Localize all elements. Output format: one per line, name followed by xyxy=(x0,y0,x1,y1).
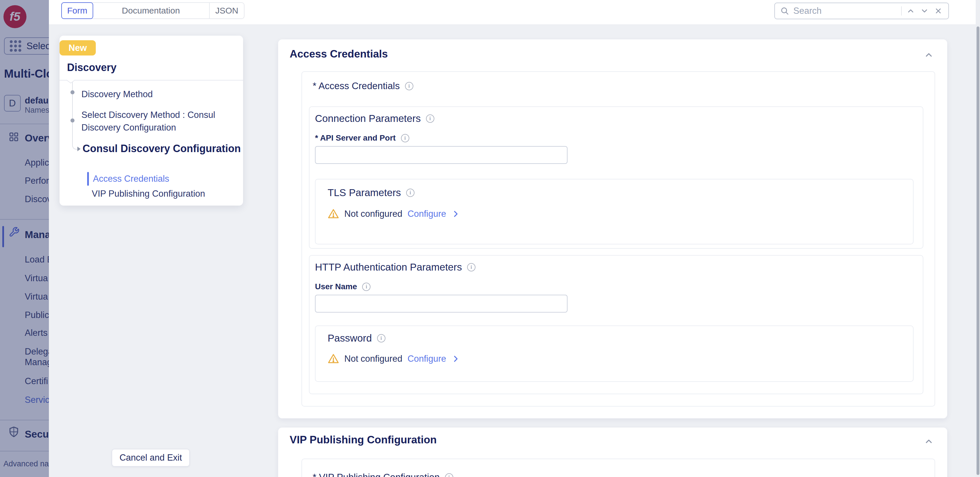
divider-notch-icon xyxy=(67,80,75,84)
collapse-card-button[interactable] xyxy=(923,436,935,447)
card-title: Access Credentials xyxy=(290,48,388,60)
chevron-up-icon xyxy=(924,436,934,446)
app-sidebar: f5 Select Multi-Clo D defaul Names Overv… xyxy=(0,0,49,477)
box-heading-row: HTTP Authentication Parameters i xyxy=(315,261,476,273)
api-server-label: * API Server and Port xyxy=(315,134,396,143)
new-badge: New xyxy=(60,40,96,56)
box-heading-row: Connection Parameters i xyxy=(315,113,434,124)
tls-parameters-box: TLS Parameters i Not configured Configur… xyxy=(315,179,913,244)
step-discovery-method[interactable]: Discovery Method xyxy=(81,88,153,101)
step-select-discovery-method[interactable]: Select Discovery Method : Consul Discove… xyxy=(81,109,242,134)
step-consul-discovery-configuration[interactable]: Consul Discovery Configuration xyxy=(83,143,241,155)
info-icon[interactable]: i xyxy=(467,263,476,272)
wizard-divider xyxy=(60,80,243,81)
section-label: * VIP Publishing Configuration xyxy=(313,472,440,477)
search-clear-button[interactable] xyxy=(934,6,943,16)
chevron-up-icon xyxy=(906,6,915,15)
info-icon[interactable]: i xyxy=(406,189,415,197)
search-input[interactable]: Search xyxy=(793,6,897,16)
username-label: User Name xyxy=(315,282,357,291)
chevron-right-icon[interactable] xyxy=(451,355,460,363)
cancel-label: Cancel and Exit xyxy=(119,453,182,463)
wizard-title: Discovery xyxy=(67,62,116,74)
section-label-row: * Access Credentials i xyxy=(313,81,414,91)
info-icon[interactable]: i xyxy=(445,473,453,477)
stepper-arrow-icon xyxy=(77,146,81,151)
chevron-down-icon xyxy=(920,6,929,15)
substep-access-credentials[interactable]: Access Credentials xyxy=(93,174,169,184)
collapse-card-button[interactable] xyxy=(923,49,935,60)
access-credentials-section: * Access Credentials i Connection Parame… xyxy=(301,71,935,407)
tls-parameters-title: TLS Parameters xyxy=(328,187,401,199)
search-icon xyxy=(780,6,789,16)
connection-parameters-box: Connection Parameters i * API Server and… xyxy=(309,107,923,249)
tls-status-text: Not configured xyxy=(344,209,402,219)
section-label-row: * VIP Publishing Configuration i xyxy=(313,472,453,477)
search-prev-button[interactable] xyxy=(906,6,916,16)
close-icon xyxy=(934,7,942,15)
info-icon[interactable]: i xyxy=(401,134,409,142)
active-substep-indicator xyxy=(87,172,89,186)
view-tabs: Form Documentation JSON xyxy=(61,2,245,19)
wizard-topbar: Form Documentation JSON Search xyxy=(49,0,980,25)
search-next-button[interactable] xyxy=(920,6,929,16)
warning-icon xyxy=(328,353,339,364)
info-icon[interactable]: i xyxy=(362,283,371,291)
connection-parameters-title: Connection Parameters xyxy=(315,113,421,124)
info-icon[interactable]: i xyxy=(377,334,385,342)
chevron-right-icon[interactable] xyxy=(451,210,460,218)
api-server-label-row: * API Server and Port i xyxy=(315,134,409,143)
step-dot xyxy=(70,90,75,94)
api-server-input[interactable] xyxy=(315,146,568,164)
tab-documentation[interactable]: Documentation xyxy=(92,3,209,18)
tab-json[interactable]: JSON xyxy=(209,3,244,18)
password-heading-row: Password i xyxy=(328,332,385,344)
section-label: * Access Credentials xyxy=(313,81,400,91)
username-label-row: User Name i xyxy=(315,282,371,291)
tls-status-row: Not configured Configure xyxy=(328,208,460,219)
username-input[interactable] xyxy=(315,295,568,313)
wizard-stepper-panel: New Discovery Discovery Method Select Di… xyxy=(60,36,243,205)
search-separator xyxy=(901,6,902,16)
card-title: VIP Publishing Configuration xyxy=(290,434,437,446)
modal-dim-overlay xyxy=(0,0,49,477)
cancel-and-exit-button[interactable]: Cancel and Exit xyxy=(111,449,190,467)
info-icon[interactable]: i xyxy=(405,82,414,90)
http-auth-parameters-box: HTTP Authentication Parameters i User Na… xyxy=(309,255,923,394)
vip-publishing-card: VIP Publishing Configuration * VIP Publi… xyxy=(278,428,947,477)
password-box: Password i Not configured Configure xyxy=(315,326,913,382)
password-status-row: Not configured Configure xyxy=(328,353,460,364)
tab-form[interactable]: Form xyxy=(61,2,93,19)
substep-vip-publishing-configuration[interactable]: VIP Publishing Configuration xyxy=(92,189,205,199)
chevron-up-icon xyxy=(924,50,934,60)
step-dot xyxy=(70,118,75,122)
http-auth-title: HTTP Authentication Parameters xyxy=(315,261,462,273)
password-configure-link[interactable]: Configure xyxy=(407,354,446,364)
password-status-text: Not configured xyxy=(344,354,402,364)
access-credentials-card: Access Credentials * Access Credentials … xyxy=(278,40,947,418)
scrollbar-thumb[interactable] xyxy=(977,27,979,475)
stepper-rail-elbow xyxy=(72,142,77,149)
info-icon[interactable]: i xyxy=(426,114,434,123)
tls-configure-link[interactable]: Configure xyxy=(407,209,446,219)
tls-heading-row: TLS Parameters i xyxy=(328,187,415,199)
warning-icon xyxy=(328,208,339,219)
app-root: f5 Select Multi-Clo D defaul Names Overv… xyxy=(0,0,980,477)
password-title: Password xyxy=(328,332,372,344)
search-box[interactable]: Search xyxy=(774,3,949,19)
page-scrollbar[interactable] xyxy=(976,0,980,477)
vip-publishing-section: * VIP Publishing Configuration i xyxy=(301,459,935,477)
